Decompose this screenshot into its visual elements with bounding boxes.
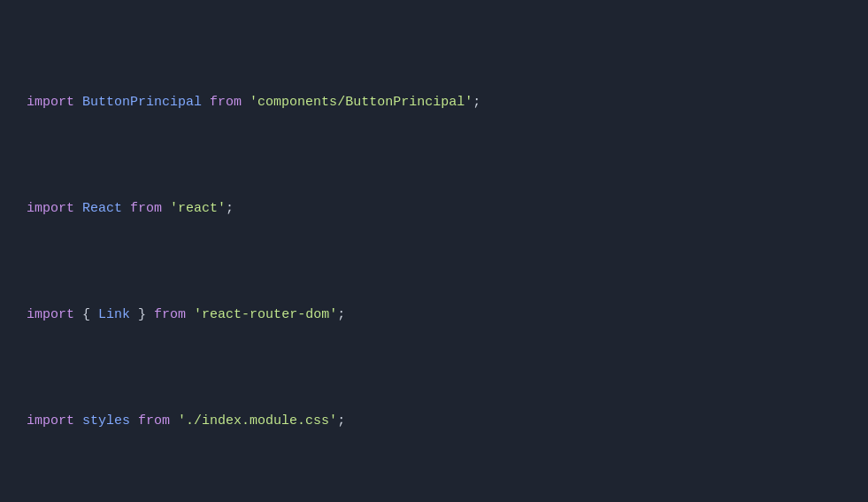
code-editor: import ButtonPrincipal from 'components/… bbox=[0, 0, 868, 502]
code-line-4: import styles from './index.module.css'; bbox=[18, 411, 868, 432]
code-line-2: import React from 'react'; bbox=[18, 198, 868, 220]
code-line-3: import { Link } from 'react-router-dom'; bbox=[18, 305, 868, 326]
code-block: import ButtonPrincipal from 'components/… bbox=[0, 0, 868, 502]
code-line-1: import ButtonPrincipal from 'components/… bbox=[18, 92, 868, 113]
